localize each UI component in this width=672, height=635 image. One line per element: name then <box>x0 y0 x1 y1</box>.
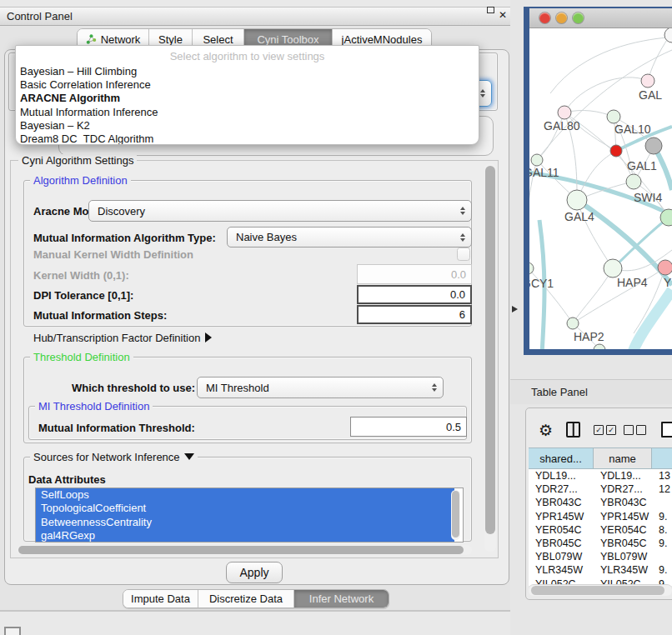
network-node[interactable] <box>645 138 662 154</box>
list-item-betweennesscentrality[interactable]: BetweennessCentrality <box>36 516 454 529</box>
select-all-columns-icon[interactable]: ✓ ✓ <box>594 425 616 435</box>
hub-definition-expander[interactable]: Hub/Transcription Factor Definition <box>33 332 212 344</box>
scrollbar-thumb[interactable] <box>485 166 495 534</box>
table-row[interactable]: YBL079WYBL079W <box>529 550 672 563</box>
table-header-row: shared...nameA <box>529 448 672 469</box>
dropdown-placeholder: Select algorithm to view settings <box>16 46 479 65</box>
minimize-traffic-light-icon[interactable] <box>556 12 567 23</box>
control-panel-titlebar[interactable]: Control Panel <box>0 7 510 26</box>
tab-label: Select <box>203 33 233 46</box>
which-threshold-combobox[interactable]: MI Threshold <box>197 377 444 398</box>
network-node-gal11[interactable] <box>531 154 543 166</box>
aracne-mode-combobox[interactable]: Discovery <box>88 200 472 222</box>
dpi-tolerance-value: 0.0 <box>450 288 465 301</box>
data-attributes-list[interactable]: SelfLoopsTopologicalCoefficientBetweenne… <box>35 488 464 542</box>
tab-infer-network[interactable]: Infer Network <box>294 590 389 608</box>
scrollbar-thumb[interactable] <box>531 586 664 595</box>
list-vertical-scrollbar[interactable] <box>451 490 460 540</box>
unselect-all-columns-icon[interactable] <box>624 425 646 435</box>
table-row[interactable]: YLR345WYLR345W9. <box>529 563 672 577</box>
table-row[interactable]: YPR145WYPR145W9. <box>529 510 672 523</box>
network-window-titlebar[interactable] <box>529 8 672 28</box>
table-row[interactable]: YDR27...YDR27...12 <box>529 482 672 496</box>
tab-discretize-data[interactable]: Discretize Data <box>198 590 294 608</box>
list-item-selfloops[interactable]: SelfLoops <box>36 488 454 502</box>
mi-threshold-group-title: MI Threshold Definition <box>35 400 153 412</box>
scrollbar-thumb[interactable] <box>18 546 464 554</box>
settings-horizontal-scrollbar[interactable] <box>17 545 472 555</box>
scrollbar-thumb[interactable] <box>452 491 459 538</box>
table-cell: YDR27... <box>594 483 652 495</box>
table-horizontal-scrollbar[interactable] <box>529 584 672 596</box>
list-item-gal4rgexp[interactable]: gal4RGexp <box>36 529 454 542</box>
tab-label: Cyni Toolbox <box>257 33 318 46</box>
dropdown-item-aracne-algorithm[interactable]: ARACNE Algorithm <box>16 92 479 105</box>
gear-icon[interactable]: ⚙ <box>539 422 553 438</box>
network-node-gcy1[interactable] <box>529 262 534 274</box>
mi-type-combobox[interactable]: Naive Bayes <box>227 227 472 248</box>
table-cell: YER054C <box>594 524 652 536</box>
mi-threshold-field[interactable]: 0.5 <box>350 417 467 437</box>
network-node-label: Y <box>664 276 672 289</box>
minimized-panel-icon[interactable] <box>4 627 21 635</box>
close-icon[interactable]: ✕ <box>499 9 507 21</box>
dropdown-item-bayesian-hill-climbing[interactable]: Bayesian – Hill Climbing <box>16 65 479 78</box>
column-header-a[interactable]: A <box>652 448 672 469</box>
tab-label: Infer Network <box>309 592 374 605</box>
tab-impute-data[interactable]: Impute Data <box>123 590 198 608</box>
column-header-name[interactable]: name <box>594 448 652 469</box>
kernel-width-field[interactable]: 0.0 <box>357 264 472 284</box>
dropdown-item-mutual-information-inference[interactable]: Mutual Information Inference <box>16 106 479 119</box>
dropdown-item-dream8-dc-tdc-algorithm[interactable]: Dream8 DC_TDC Algorithm <box>16 132 479 145</box>
network-node-gal1[interactable] <box>626 174 641 189</box>
table-row[interactable]: YER054CYER054C8. <box>529 523 672 537</box>
dpi-tolerance-field[interactable]: 0.0 <box>357 285 472 304</box>
aracne-mode-value: Discovery <box>98 205 145 218</box>
network-node[interactable] <box>664 28 672 42</box>
expand-arrow-icon[interactable] <box>205 332 212 342</box>
network-view-window[interactable]: GALGAL80GAL10GAL1GAL11SWI4GAL4GCY1HAP4YH… <box>524 7 672 355</box>
table-cell: YBR043C <box>529 497 594 508</box>
network-node-hap2[interactable] <box>567 318 579 329</box>
combo-stepper-icon[interactable] <box>460 207 465 215</box>
dropdown-item-bayesian-k2[interactable]: Bayesian – K2 <box>16 119 479 132</box>
close-traffic-light-icon[interactable] <box>539 12 550 23</box>
split-pane-icon[interactable] <box>566 422 580 438</box>
mi-type-label: Mutual Information Algorithm Type: <box>33 232 216 244</box>
network-node[interactable] <box>610 145 622 157</box>
table-row[interactable]: YDL19...YDL19...13 <box>529 469 672 482</box>
table-cell: 13 <box>652 470 672 482</box>
hub-definition-label: Hub/Transcription Factor Definition <box>33 332 200 344</box>
float-window-icon[interactable] <box>487 7 494 13</box>
network-node-hap4[interactable] <box>604 259 622 278</box>
table-row[interactable]: YBR043CYBR043C <box>529 496 672 509</box>
apply-button[interactable]: Apply <box>226 562 283 583</box>
combo-stepper-icon[interactable] <box>460 233 465 242</box>
network-node-label: SWI4 <box>634 191 662 204</box>
zoom-traffic-light-icon[interactable] <box>573 12 584 23</box>
list-item-topologicalcoefficient[interactable]: TopologicalCoefficient <box>36 502 454 515</box>
manual-kernel-checkbox[interactable] <box>457 248 470 261</box>
network-node-gal4[interactable] <box>567 190 587 210</box>
network-node-label: GCY1 <box>529 277 554 290</box>
control-panel-title: Control Panel <box>0 10 73 22</box>
sources-group-title[interactable]: Sources for Network Inference <box>30 451 198 463</box>
mouse-cursor <box>512 306 518 312</box>
network-node-y[interactable] <box>658 260 672 275</box>
network-node-gal[interactable] <box>641 74 654 88</box>
new-table-icon[interactable] <box>661 422 672 438</box>
unchecked-box-icon <box>624 425 634 435</box>
column-header-shared[interactable]: shared... <box>529 448 594 469</box>
combo-stepper-icon[interactable] <box>432 383 437 392</box>
mi-threshold-label: Mutual Information Threshold: <box>38 422 195 434</box>
tab-label: Style <box>158 33 183 46</box>
network-node-gal80[interactable] <box>558 106 571 119</box>
table-row[interactable]: YBR045CYBR045C9. <box>529 537 672 550</box>
dropdown-item-basic-correlation-inference[interactable]: Basic Correlation Inference <box>16 78 479 92</box>
collapse-arrow-icon[interactable] <box>184 453 194 460</box>
network-node-gal10[interactable] <box>607 110 620 123</box>
mi-steps-field[interactable]: 6 <box>357 305 472 324</box>
network-canvas[interactable]: GALGAL80GAL10GAL1GAL11SWI4GAL4GCY1HAP4YH… <box>529 28 672 349</box>
settings-vertical-scrollbar[interactable] <box>484 163 496 552</box>
combo-stepper-icon[interactable] <box>480 89 485 98</box>
